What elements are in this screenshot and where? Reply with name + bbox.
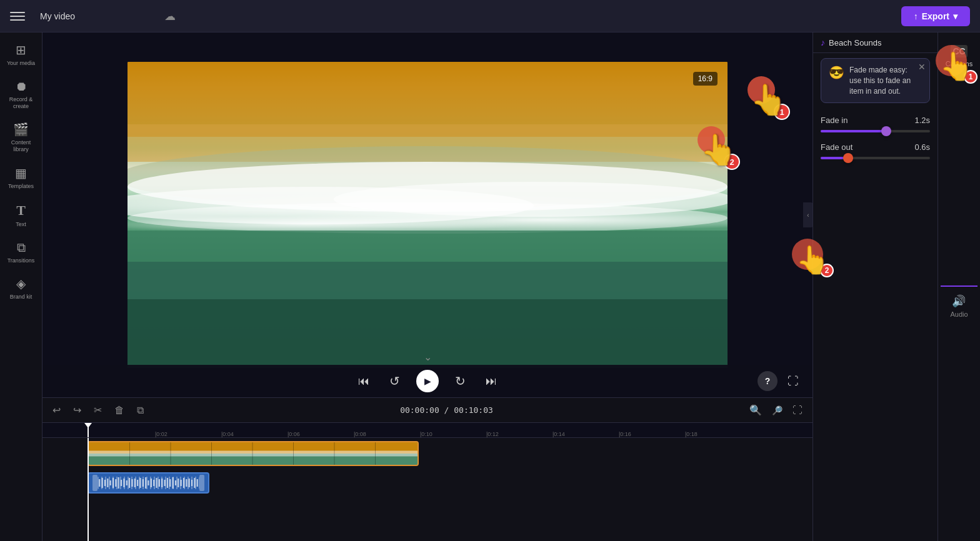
- sidebar-item-transitions[interactable]: ⧉ Transitions: [2, 236, 40, 269]
- sidebar-item-brand-kit[interactable]: ◈ Brand kit: [2, 271, 40, 305]
- svg-rect-34: [137, 480, 138, 486]
- svg-rect-32: [131, 479, 132, 487]
- tab-audio[interactable]: 🔊 Audio: [945, 287, 972, 536]
- fade-in-value: 1.2s: [914, 116, 930, 125]
- svg-rect-45: [167, 478, 168, 488]
- sidebar-item-label-content-library: Contentlibrary: [11, 139, 31, 153]
- fade-controls: Fade in 1.2s Fade out 0.6s: [813, 108, 938, 177]
- audio-track-header: ♪ Beach Sounds: [813, 32, 938, 53]
- sidebar-item-templates[interactable]: ▦ Templates: [2, 161, 40, 195]
- audio-clip[interactable]: [88, 472, 209, 494]
- top-bar: My video ☁ ↑ Export ▾: [0, 0, 980, 32]
- video-clip-thumbnail: [89, 442, 418, 465]
- timeline-tracks: [42, 438, 812, 541]
- svg-rect-30: [126, 480, 128, 485]
- sidebar-item-your-media[interactable]: ⊞ Your media: [2, 37, 40, 72]
- help-button[interactable]: ?: [758, 371, 778, 391]
- audio-tab-label: Audio: [950, 310, 968, 318]
- svg-rect-48: [175, 480, 176, 485]
- video-clip[interactable]: [88, 441, 419, 466]
- svg-rect-38: [148, 480, 149, 485]
- audio-track-content[interactable]: [88, 472, 812, 497]
- export-chevron-icon: ▾: [953, 11, 958, 21]
- ruler-mark-2: |0:04: [220, 431, 286, 437]
- ruler-mark-6: |0:12: [485, 431, 551, 437]
- svg-rect-22: [104, 480, 106, 486]
- fade-in-label: Fade in: [821, 116, 848, 125]
- timeline-toolbar: ↩ ↪ ✂ 🗑 ⧉ 00:00:00 / 00:10:03 🔍 🔎 ⛶: [42, 398, 812, 423]
- fade-in-thumb[interactable]: [881, 126, 891, 136]
- zoom-out-button[interactable]: 🔍: [747, 402, 764, 419]
- video-canvas: 16:9: [128, 62, 728, 368]
- menu-button[interactable]: [10, 9, 25, 24]
- svg-rect-44: [164, 480, 165, 486]
- library-icon: 🎬: [13, 122, 29, 137]
- fade-in-slider[interactable]: [821, 130, 930, 132]
- tooltip-close-button[interactable]: ✕: [918, 62, 926, 71]
- templates-icon: ▦: [15, 166, 27, 181]
- tooltip-emoji: 😎: [829, 65, 844, 80]
- ruler-mark-1: |0:02: [154, 431, 220, 437]
- sidebar-item-label-brand-kit: Brand kit: [10, 294, 32, 300]
- undo-button[interactable]: ↩: [50, 402, 63, 419]
- fade-in-fill: [821, 130, 886, 132]
- audio-icon: 🔊: [952, 294, 966, 308]
- delete-button[interactable]: 🗑: [112, 402, 127, 419]
- fade-out-thumb[interactable]: [843, 153, 853, 163]
- record-icon: ⏺: [15, 79, 28, 94]
- fade-out-label: Fade out: [821, 142, 852, 152]
- svg-rect-42: [159, 479, 160, 487]
- export-button[interactable]: ↑ Export ▾: [901, 6, 970, 26]
- fade-out-value: 0.6s: [914, 142, 930, 152]
- text-icon: T: [16, 202, 26, 219]
- svg-rect-50: [181, 480, 182, 486]
- captions-tab-label: Captions: [946, 60, 972, 67]
- fade-out-row: Fade out 0.6s: [821, 142, 930, 159]
- audio-track-row: [42, 469, 812, 500]
- ruler-mark-8: |0:16: [618, 431, 684, 437]
- svg-rect-53: [189, 479, 190, 487]
- fade-out-slider[interactable]: [821, 157, 930, 159]
- copy-button[interactable]: ⧉: [134, 402, 146, 419]
- sidebar-item-label-templates: Templates: [8, 183, 34, 190]
- sidebar-item-label-transitions: Transitions: [8, 257, 35, 264]
- svg-rect-31: [129, 478, 130, 488]
- project-title-input[interactable]: My video: [35, 9, 154, 24]
- waveform-svg: [98, 477, 199, 489]
- play-button[interactable]: ▶: [416, 370, 439, 392]
- svg-rect-33: [134, 479, 136, 487]
- scroll-down-indicator: ⌄: [424, 351, 432, 363]
- sidebar-item-record-create[interactable]: ⏺ Record &create: [2, 74, 40, 115]
- skip-forward-button[interactable]: ⏭: [482, 371, 501, 392]
- fade-in-row: Fade in 1.2s: [821, 116, 930, 132]
- beach-svg: [128, 62, 728, 368]
- fit-timeline-button[interactable]: ⛶: [790, 402, 805, 419]
- sidebar-item-label-your-media: Your media: [7, 60, 35, 67]
- svg-rect-26: [115, 479, 116, 487]
- sidebar-item-content-library[interactable]: 🎬 Contentlibrary: [2, 117, 40, 158]
- sidebar-item-text[interactable]: T Text: [2, 197, 40, 233]
- captions-icon: CC: [951, 45, 967, 57]
- fade-out-label-row: Fade out 0.6s: [821, 142, 930, 152]
- svg-rect-29: [123, 479, 124, 487]
- redo-button[interactable]: ↪: [71, 402, 84, 419]
- svg-rect-40: [153, 480, 154, 486]
- fullscreen-button[interactable]: ⛶: [784, 371, 802, 392]
- audio-clip-left-handle[interactable]: [92, 475, 98, 491]
- svg-rect-21: [102, 478, 103, 488]
- video-track-row: [42, 438, 812, 469]
- ruler-marks: |0:02 |0:04 |0:06 |0:08 |0:10: [88, 423, 750, 437]
- cut-button[interactable]: ✂: [91, 402, 104, 419]
- zoom-in-button[interactable]: 🔎: [769, 403, 785, 418]
- replay-button[interactable]: ↺: [386, 370, 404, 392]
- forward-button[interactable]: ↻: [451, 370, 469, 392]
- skip-back-button[interactable]: ⏮: [354, 371, 373, 392]
- svg-rect-39: [151, 479, 152, 487]
- svg-rect-52: [186, 479, 187, 487]
- collapse-panel-button[interactable]: ‹: [803, 202, 812, 227]
- svg-rect-47: [172, 477, 174, 489]
- video-track-content[interactable]: [88, 441, 812, 466]
- tab-captions[interactable]: CC Captions: [941, 37, 978, 287]
- audio-clip-right-handle[interactable]: [199, 475, 204, 491]
- ruler-mark-0: [88, 432, 154, 437]
